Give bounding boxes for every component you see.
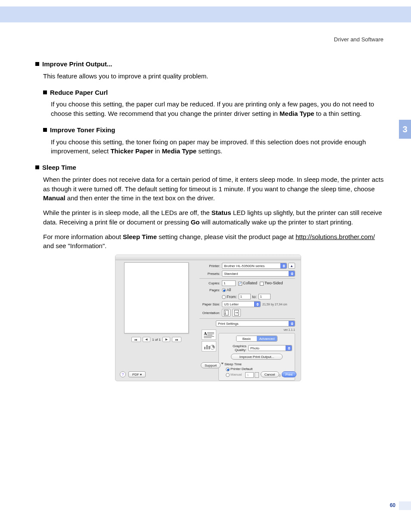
sleep-p3: For more information about Sleep Time se… [43, 232, 384, 251]
checkbox-icon [260, 282, 264, 286]
orientation-label: Orientation: [199, 311, 222, 315]
copies-input[interactable]: 1 [222, 280, 236, 286]
tab-basic[interactable]: Basic [237, 336, 257, 341]
toner-body: If you choose this setting, the toner fi… [51, 137, 384, 156]
pages-all-radio[interactable]: All [222, 288, 231, 292]
toner-title: Improve Toner Fixing [50, 126, 115, 134]
bullet-square-icon [35, 62, 39, 66]
pager-last-button[interactable]: ⏭ [172, 337, 181, 342]
chevron-updown-icon [289, 271, 295, 276]
item-sleep-time: Sleep Time [35, 163, 384, 172]
svg-rect-0 [224, 310, 228, 315]
document-content: Improve Print Output... This feature all… [35, 59, 384, 251]
graphics-quality-select[interactable]: Photo [248, 345, 292, 351]
tab-advanced[interactable]: Advanced [257, 336, 277, 341]
sleep-p1: When the printer does not receive data f… [43, 175, 384, 203]
item-improve-toner-fixing: Improve Toner Fixing [43, 125, 384, 135]
sleep-time-heading: Sleep Time [224, 362, 242, 366]
printer-label: Printer: [199, 264, 222, 268]
printer-default-radio[interactable]: Printer Default [226, 367, 252, 371]
item-improve-print-output: Improve Print Output... [35, 59, 384, 69]
bullet-square-icon [43, 128, 47, 132]
improve-body: This feature allows you to improve a pri… [43, 72, 384, 81]
disclosure-triangle-icon[interactable] [221, 363, 224, 364]
settings-tabs: Basic Advanced [236, 336, 277, 342]
top-band [0, 6, 411, 22]
preview-pane: ⏮ ◀ 1 of 1 ▶ ⏭ [120, 262, 193, 366]
pager-text: 1 of 1 [152, 338, 161, 342]
page-number-tab [399, 501, 411, 510]
presets-label: Presets: [199, 272, 222, 276]
radio-icon [226, 367, 230, 371]
chapter-tab: 3 [399, 120, 411, 139]
svg-rect-8 [204, 347, 206, 349]
presets-select[interactable]: Standard [222, 271, 295, 277]
chevron-updown-icon [286, 345, 292, 351]
printer-info-button[interactable]: ▲ [288, 263, 295, 269]
dialog-titlebar [115, 255, 301, 260]
reduce-title: Reduce Paper Curl [50, 89, 108, 96]
summary-statistics-icon [202, 341, 216, 352]
graphics-quality-label: Graphics Quality: [221, 344, 248, 352]
dialog-footer: ? PDF ▾ Cancel Print [120, 371, 296, 377]
bullet-square-icon [43, 90, 47, 94]
print-dialog: ⏮ ◀ 1 of 1 ▶ ⏭ Printer: Brother HL-5350D… [115, 255, 301, 381]
preview-pager: ⏮ ◀ 1 of 1 ▶ ⏭ [120, 337, 193, 342]
pane-section-select[interactable]: Print Settings [216, 320, 295, 327]
radio-icon [222, 288, 226, 292]
pager-next-button[interactable]: ▶ [162, 337, 170, 342]
reduce-body: If you choose this setting, the paper cu… [51, 100, 384, 118]
header-section: Driver and Software [334, 36, 383, 43]
paper-size-select[interactable]: US Letter [222, 301, 261, 307]
copies-label: Copies: [199, 281, 222, 285]
paper-dimensions: 21,59 by 27,94 cm [262, 303, 287, 306]
chevron-updown-icon [280, 263, 286, 268]
sleep-p2: While the printer is in sleep mode, all … [43, 208, 384, 227]
item-reduce-paper-curl: Reduce Paper Curl [43, 88, 384, 97]
checkbox-icon [238, 282, 242, 286]
pages-to-input[interactable]: 1 [258, 294, 271, 299]
orientation-portrait-button[interactable] [222, 309, 230, 317]
paper-size-label: Paper Size: [199, 302, 222, 306]
svg-rect-10 [209, 346, 210, 349]
chevron-updown-icon [254, 302, 260, 307]
orientation-landscape-button[interactable] [232, 309, 241, 317]
collated-checkbox[interactable]: Collated [238, 281, 257, 285]
printer-select[interactable]: Brother HL-5350DN series [222, 263, 287, 269]
summary-quality-icon: A [202, 330, 216, 340]
svg-rect-9 [206, 345, 208, 349]
support-button[interactable]: Support [201, 362, 221, 368]
pager-prev-button[interactable]: ◀ [143, 337, 150, 342]
sleep-title: Sleep Time [42, 164, 76, 171]
solutions-link[interactable]: http://solutions.brother.com/ [296, 233, 375, 240]
preview-sheet [124, 262, 189, 333]
pages-range-radio[interactable]: From: [222, 295, 237, 299]
bullet-square-icon [35, 165, 39, 169]
pdf-menu-button[interactable]: PDF ▾ [128, 371, 146, 377]
cancel-button[interactable]: Cancel [261, 371, 279, 377]
improve-print-output-button[interactable]: Improve Print Output... [231, 354, 283, 360]
pager-first-button[interactable]: ⏮ [131, 337, 141, 342]
chevron-updown-icon [289, 321, 295, 326]
pages-to-label: to: [252, 295, 257, 299]
two-sided-checkbox[interactable]: Two-Sided [260, 281, 283, 285]
radio-icon [222, 295, 226, 299]
page-number: 60 [390, 502, 395, 508]
print-button[interactable]: Print [282, 371, 296, 377]
help-button[interactable]: ? [120, 371, 126, 377]
preview-summary-icons: A [202, 330, 217, 353]
pages-from-input[interactable]: 1 [239, 294, 251, 299]
pages-label: Pages: [199, 288, 222, 292]
improve-title: Improve Print Output... [42, 60, 112, 68]
svg-text:A: A [204, 331, 207, 336]
